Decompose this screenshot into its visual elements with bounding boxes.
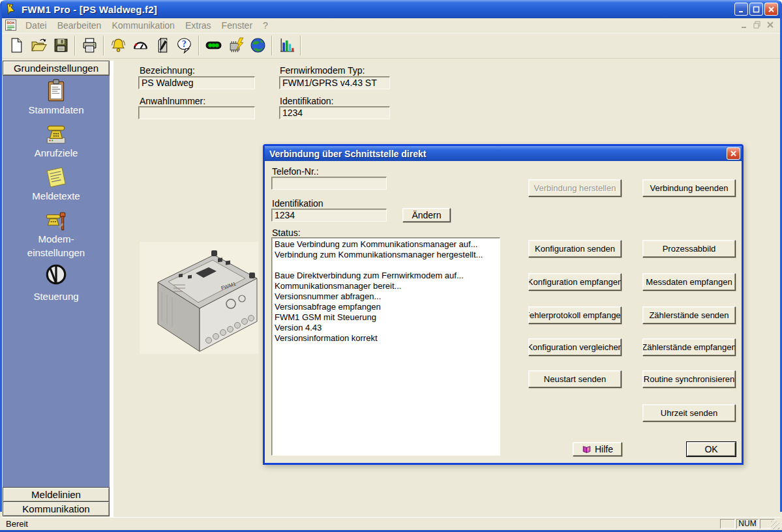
sidebar-item-meldetexte[interactable]: Meldetexte xyxy=(3,190,110,201)
status-line xyxy=(275,260,497,271)
clipboard-icon[interactable] xyxy=(44,78,68,103)
help-book-icon xyxy=(582,445,592,454)
sidebar-tab-kommunikation[interactable]: Kommunikation xyxy=(3,501,110,516)
uhrzeit-senden-button[interactable]: Uhrzeit senden xyxy=(642,404,736,422)
event-log-button[interactable] xyxy=(151,35,173,56)
verbindung-beenden-button[interactable]: Verbindung beenden xyxy=(642,179,736,197)
bezeichnung-label: Bezeichnung: xyxy=(140,65,195,76)
fernwirkmodem-typ-field[interactable] xyxy=(279,76,390,89)
menu-hilfe[interactable]: ? xyxy=(258,19,273,32)
status-line: Versionsabfrage empfangen xyxy=(275,302,497,312)
routine-synchronisieren-button[interactable]: Routine synchronisieren xyxy=(642,370,736,388)
aendern-button[interactable]: Ändern xyxy=(402,208,451,222)
phone-tools-icon[interactable] xyxy=(44,209,68,233)
menu-bearbeiten[interactable]: Bearbeiten xyxy=(52,19,107,32)
new-document-button[interactable] xyxy=(5,35,27,56)
status-line: Version 4.43 xyxy=(275,323,497,333)
sidebar-item-anrufziele[interactable]: Anrufziele xyxy=(3,147,110,158)
sidebar-item-stammdaten[interactable]: Stammdaten xyxy=(3,104,110,115)
close-icon xyxy=(768,6,775,13)
anwahlnummer-label: Anwahlnummer: xyxy=(140,96,205,106)
status-log[interactable]: Baue Verbindung zum Kommunikationsmanage… xyxy=(271,237,500,456)
gauge-button[interactable] xyxy=(129,35,151,56)
menu-extras[interactable]: Extras xyxy=(180,19,217,32)
menu-datei[interactable]: Datei xyxy=(20,19,52,32)
help-button[interactable]: ? xyxy=(173,35,196,56)
connection-status-button[interactable] xyxy=(202,35,224,56)
window-title: FWM1 Pro - [PS Waldweg.f2] xyxy=(22,4,157,15)
anwahlnummer-field[interactable] xyxy=(138,106,255,119)
resize-grip[interactable] xyxy=(771,521,779,529)
identifikation-field[interactable] xyxy=(279,106,390,119)
bezeichnung-field[interactable] xyxy=(138,76,255,89)
status-line: Versionsinformation korrekt xyxy=(275,333,497,344)
sidebar-tab-meldelinien[interactable]: Meldelinien xyxy=(3,487,110,502)
sidebar-panel: Stammdaten Anrufziele Meldetexte xyxy=(3,76,110,487)
app-icon xyxy=(5,3,18,16)
zaehlerstaende-empfangen-button[interactable]: Zählerstände empfangen xyxy=(642,338,736,356)
minimize-button[interactable] xyxy=(734,3,748,16)
konfiguration-vergleichen-button[interactable]: Konfiguration vergleichen xyxy=(528,338,622,356)
toolbar-separator xyxy=(300,36,301,55)
status-line: Baue Verbindung zum Kommunikationsmanage… xyxy=(275,239,497,250)
modem-chip-icon xyxy=(228,37,244,53)
konfiguration-senden-button[interactable]: Konfiguration senden xyxy=(528,240,622,258)
konfiguration-empfangen-button[interactable]: Konfiguration empfangen xyxy=(528,273,622,291)
telephone-icon[interactable] xyxy=(44,121,68,146)
internet-button[interactable] xyxy=(247,35,269,56)
status-label: Status: xyxy=(272,228,301,238)
toolbar: ? xyxy=(2,33,780,59)
svg-text:?: ? xyxy=(182,39,187,49)
dialog-title: Verbindung über Schnittstelle direkt xyxy=(269,149,426,159)
hilfe-button[interactable]: Hilfe xyxy=(573,442,622,456)
globe-icon xyxy=(250,37,266,53)
status-line: Baue Direktverbindung zum Fernwirkmodem … xyxy=(275,271,497,281)
toolbar-separator xyxy=(103,36,104,55)
statusbar-message: Bereit xyxy=(6,519,28,529)
help-icon: ? xyxy=(177,37,193,53)
prozessabbild-button[interactable]: Prozessabbild xyxy=(642,240,736,258)
document-icon: DOK xyxy=(5,20,16,31)
note-icon[interactable] xyxy=(44,164,68,189)
verbindung-herstellen-button: Verbindung herstellen xyxy=(528,179,622,197)
fehlerprotokoll-empfangen-button[interactable]: Fehlerprotokoll empfangen xyxy=(528,306,622,324)
control-icon[interactable] xyxy=(44,262,68,287)
alarm-button[interactable] xyxy=(107,35,129,56)
messdaten-empfangen-button[interactable]: Messdaten empfangen xyxy=(642,273,736,291)
menu-bar: DOK Datei Bearbeiten Kommunikation Extra… xyxy=(2,18,780,33)
dialog-identifikation-field[interactable] xyxy=(271,209,387,222)
new-document-icon xyxy=(8,37,25,53)
event-log-icon xyxy=(155,37,171,53)
print-button[interactable] xyxy=(78,35,100,56)
menu-kommunikation[interactable]: Kommunikation xyxy=(106,19,180,32)
sidebar-header-grundeinstellungen[interactable]: Grundeinstellungen xyxy=(3,61,110,76)
modem-chip-button[interactable] xyxy=(224,35,247,56)
connection-dialog: Verbindung über Schnittstelle direkt Tel… xyxy=(263,144,744,465)
sidebar-item-modemeinstellungen-line2[interactable]: einstellungen xyxy=(3,247,110,258)
dialog-title-bar: Verbindung über Schnittstelle direkt xyxy=(265,146,742,161)
status-bar: Bereit NUM xyxy=(2,517,780,530)
neustart-senden-button[interactable]: Neustart senden xyxy=(528,370,622,388)
save-button[interactable] xyxy=(50,35,72,56)
telefon-nr-field[interactable] xyxy=(271,177,387,190)
ok-button[interactable]: OK xyxy=(687,442,736,456)
toolbar-separator xyxy=(74,36,76,55)
close-button[interactable] xyxy=(764,3,778,16)
title-bar: FWM1 Pro - [PS Waldweg.f2] xyxy=(0,0,782,18)
open-file-button[interactable] xyxy=(27,35,50,56)
svg-text:DOK: DOK xyxy=(7,21,14,25)
bar-chart-icon xyxy=(278,37,295,53)
fwm1-device-photo: FWM1 xyxy=(140,242,258,354)
maximize-button[interactable] xyxy=(749,3,763,16)
hilfe-button-label: Hilfe xyxy=(595,444,613,454)
print-icon xyxy=(82,37,98,53)
status-line: FWM1 GSM mit Steuerung xyxy=(275,312,497,323)
menu-fenster[interactable]: Fenster xyxy=(217,19,258,32)
zaehlerstaende-senden-button[interactable]: Zählerstände senden xyxy=(642,306,736,324)
statistics-button[interactable] xyxy=(275,35,297,56)
sidebar-item-modemeinstellungen-line1[interactable]: Modem- xyxy=(3,233,110,244)
status-line: Kommunikationsmanager bereit... xyxy=(275,281,497,291)
statusbar-cell-caps xyxy=(720,519,735,529)
sidebar-item-steuerung[interactable]: Steuerung xyxy=(3,291,110,302)
dialog-close-button[interactable] xyxy=(727,147,740,160)
